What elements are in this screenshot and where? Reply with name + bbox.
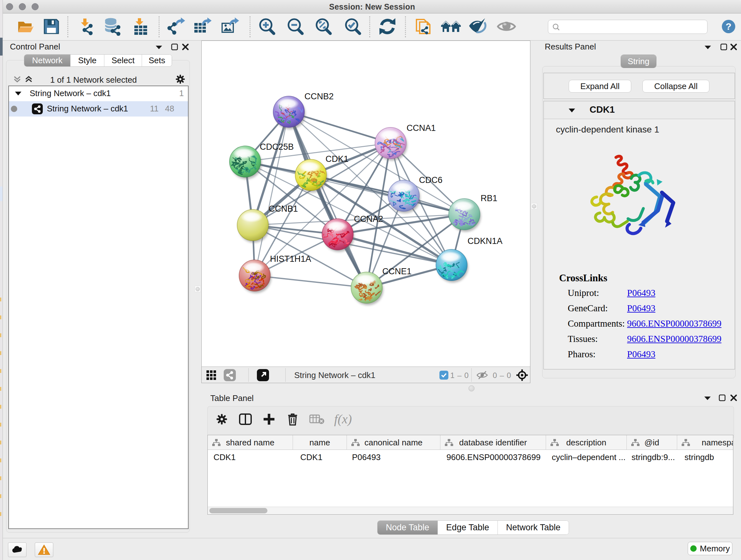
column-header-namespace[interactable]: namespace [677,435,733,450]
zoom-selected-icon[interactable] [344,17,362,37]
window-title: Session: New Session [3,2,741,11]
tab-style[interactable]: Style [71,55,105,66]
network-tree: String Network – cdk1 1 String Network –… [8,85,189,529]
column-header-canonical-name[interactable]: canonical name [347,435,441,450]
tab-node-table[interactable]: Node Table [378,521,438,535]
selected-checkbox-icon[interactable] [439,370,449,381]
first-neighbors-icon[interactable] [441,18,461,37]
zoom-out-icon[interactable] [286,17,305,37]
collection-expander-icon[interactable] [14,91,22,97]
zoom-in-icon[interactable] [258,17,276,37]
birds-eye-grid-icon[interactable] [206,370,216,381]
horizontal-splitter[interactable] [468,385,475,391]
clone-network-icon[interactable] [414,17,433,37]
toolbar-separator [285,368,286,382]
zoom-fit-icon[interactable] [314,17,333,37]
scrollbar-thumb[interactable] [209,508,267,513]
network-view-toolbar: String Network – cdk1 1 – 0 0 – 0 [202,367,530,383]
delete-column-icon[interactable] [286,412,299,428]
network-node-CCNB2[interactable]: CCNB2 [273,91,334,129]
search-input[interactable] [562,21,703,32]
table-cell[interactable]: cyclin–dependent ... [552,452,625,462]
close-panel-icon[interactable] [730,394,738,403]
network-node-CDC6[interactable]: CDC6 [387,175,443,213]
maximize-panel-icon[interactable] [720,43,728,52]
table-cell[interactable]: CDK1 [213,452,235,462]
function-builder-icon[interactable]: f(x) [334,412,352,427]
network-row[interactable]: String Network – cdk1 11 48 [9,101,188,117]
close-panel-icon[interactable] [182,43,189,52]
tab-sets[interactable]: Sets [142,55,172,66]
maximize-panel-icon[interactable] [171,43,179,52]
help-icon[interactable]: ? [721,19,736,35]
export-table-icon[interactable] [193,17,212,37]
tab-network-table[interactable]: Network Table [498,521,569,535]
birds-eye-toggle-icon[interactable] [515,368,529,383]
crosslinks-section: CrossLinks Uniprot: P06493 GeneCard: P06… [560,272,732,284]
table-cell[interactable]: P06493 [352,452,381,462]
column-header-shared-name[interactable]: shared name [208,435,293,450]
crosslink-compartments[interactable]: 9606.ENSP00000378699 [627,318,722,329]
show-all-icon[interactable] [496,18,516,36]
float-panel-icon[interactable] [704,44,712,51]
column-header-description[interactable]: description [546,435,627,450]
network-node-CDC25B[interactable]: CDC25B [229,142,294,179]
crosslink-uniprot[interactable]: P06493 [627,288,656,298]
close-panel-icon[interactable] [730,43,738,52]
export-image-icon[interactable] [220,17,240,37]
open-session-icon[interactable] [16,17,36,37]
network-node-HIST1H1A[interactable]: HIST1H1A [239,254,311,293]
network-collection-row[interactable]: String Network – cdk1 1 [9,86,188,101]
vertical-splitter-right[interactable] [531,203,537,209]
import-network-file-icon[interactable] [77,17,95,37]
open-in-window-icon[interactable] [257,369,269,383]
export-network-icon[interactable] [167,17,186,37]
add-column-icon[interactable] [262,412,276,428]
tab-network[interactable]: Network [24,55,71,66]
table-cell[interactable]: stringdb [684,452,714,462]
control-panel: Control Panel Network Style Select Sets [3,41,201,538]
crosslink-row: Pharos: P06493 [568,349,596,360]
maximize-panel-icon[interactable] [718,394,726,403]
crosslink-tissues[interactable]: 9606.ENSP00000378699 [627,334,722,344]
column-header-database-identifier[interactable]: database identifier [441,435,546,450]
cloud-button[interactable] [8,543,26,557]
network-canvas[interactable]: CCNB2CCNA1CDC25BCDK1CDC6RB1CCNB1CCNA2CDK… [202,41,530,367]
hide-selected-icon[interactable] [468,17,487,37]
memory-button[interactable]: Memory [688,542,732,555]
refresh-icon[interactable] [378,17,397,37]
show-columns-icon[interactable] [239,412,253,428]
column-header-@id[interactable]: @id [627,435,677,450]
network-view-panel[interactable]: CCNB2CCNA1CDC25BCDK1CDC6RB1CCNB1CCNA2CDK… [201,41,530,383]
tab-select[interactable]: Select [105,55,142,66]
memory-label: Memory [700,544,730,554]
table-options-gear-icon[interactable] [215,412,229,428]
node-label-CDC25B: CDC25B [260,142,294,152]
save-session-icon[interactable] [43,17,60,37]
import-table-file-icon[interactable] [132,17,150,37]
network-node-CCNA1[interactable]: CCNA1 [375,123,436,161]
horizontal-scrollbar[interactable] [208,507,733,514]
gene-section-header[interactable]: CDK1 [544,101,735,119]
crosslink-pharos[interactable]: P06493 [627,349,656,360]
protein-structure-image [562,146,684,251]
expand-all-button[interactable]: Expand All [569,80,631,92]
network-node-RB1[interactable]: RB1 [449,193,497,232]
network-node-CDKN1A[interactable]: CDKN1A [436,236,502,283]
collapse-all-button[interactable]: Collapse All [643,80,710,92]
tab-string[interactable]: String [621,55,656,68]
delete-table-icon[interactable] [309,414,325,426]
crosslink-genecard[interactable]: P06493 [627,303,656,314]
column-header-name[interactable]: name [293,435,347,450]
table-cell[interactable]: CDK1 [300,452,322,462]
network-options-gear-icon[interactable] [174,73,186,86]
table-cell[interactable]: 9606.ENSP00000378699 [447,452,541,462]
import-network-database-icon[interactable] [103,17,122,37]
vertical-splitter-left[interactable] [195,286,201,292]
tab-edge-table[interactable]: Edge Table [438,521,498,535]
float-panel-icon[interactable] [155,44,163,51]
warning-button[interactable] [35,543,53,557]
float-panel-icon[interactable] [703,395,712,402]
network-overview-icon[interactable] [223,369,236,383]
table-cell[interactable]: stringdb:9... [631,452,675,462]
